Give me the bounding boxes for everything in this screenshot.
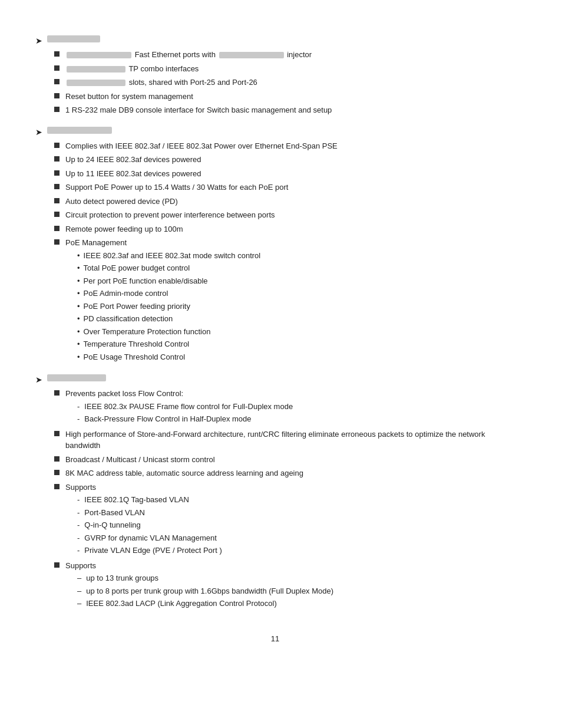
text-circuit-protection: Circuit protection to prevent power inte… bbox=[65, 209, 515, 221]
text-ieee-8021q: IEEE 802.1Q Tag-based VLAN bbox=[84, 494, 189, 506]
bullet-icon bbox=[54, 51, 59, 57]
text-reset-button: Reset button for system management bbox=[65, 91, 515, 103]
dot-icon: • bbox=[77, 338, 80, 350]
dot-icon: • bbox=[77, 313, 80, 325]
text-rs232: 1 RS-232 male DB9 console interface for … bbox=[65, 104, 515, 116]
text-supports-trunk: Supports bbox=[65, 561, 96, 570]
sub-list-item: • Temperature Threshold Control bbox=[77, 338, 515, 350]
text-injector: injector bbox=[287, 50, 312, 59]
sub-list-item: • PD classification detection bbox=[77, 313, 515, 325]
list-item: Remote power feeding up to 100m bbox=[54, 223, 515, 235]
text-total-poe-budget: Total PoE power budget control bbox=[84, 262, 190, 274]
page-number: 11 bbox=[35, 634, 515, 643]
dash-icon: – bbox=[77, 585, 81, 597]
sub-list-item: • Total PoE power budget control bbox=[77, 262, 515, 274]
bullet-icon bbox=[54, 143, 59, 148]
dash-list-item: – up to 13 trunk groups bbox=[77, 572, 515, 584]
text-private-vlan: Private VLAN Edge (PVE / Protect Port ) bbox=[84, 545, 222, 556]
text-11-devices: Up to 11 IEEE 802.3at devices powered bbox=[65, 168, 515, 180]
text-store-forward: High performance of Store-and-Forward ar… bbox=[65, 429, 515, 452]
text-qinq: Q-in-Q tunneling bbox=[84, 519, 140, 531]
text-poe-port-priority: PoE Port Power feeding priority bbox=[84, 301, 190, 312]
dash-list-item: – up to 8 ports per trunk group with 1.6… bbox=[77, 585, 515, 597]
dash-list-item: - Private VLAN Edge (PVE / Protect Port … bbox=[77, 545, 515, 556]
text-remote-power: Remote power feeding up to 100m bbox=[65, 223, 515, 235]
redacted-label-1 bbox=[47, 35, 100, 42]
dash-list-item: - GVRP for dynamic VLAN Management bbox=[77, 532, 515, 544]
list-item: slots, shared with Port-25 and Port-26 bbox=[54, 77, 515, 88]
poe-management-sub-list: • IEEE 802.3af and IEEE 802.3at mode swi… bbox=[77, 250, 515, 363]
list-item: Fast Ethernet ports with injector bbox=[54, 49, 515, 61]
dash-icon: - bbox=[77, 532, 80, 544]
sub-list-item: • PoE Usage Threshold Control bbox=[77, 351, 515, 363]
bullet-icon bbox=[54, 239, 59, 245]
trunk-dash-list: – up to 13 trunk groups – up to 8 ports … bbox=[77, 572, 515, 610]
page-container: ➤ Fast Ethernet ports with injector TP c… bbox=[35, 35, 515, 643]
text-over-temp-protection: Over Temperature Protection function bbox=[84, 326, 211, 338]
bullet-icon bbox=[54, 65, 59, 71]
bullet-icon bbox=[54, 562, 59, 568]
sub-list-item: • IEEE 802.3af and IEEE 802.3at mode swi… bbox=[77, 250, 515, 262]
list-item: Support PoE Power up to 15.4 Watts / 30 … bbox=[54, 182, 515, 193]
text-port-based-vlan: Port-Based VLAN bbox=[84, 507, 145, 519]
bullet-icon bbox=[54, 226, 59, 231]
list-item: High performance of Store-and-Forward ar… bbox=[54, 429, 515, 452]
text-poe-power: Support PoE Power up to 15.4 Watts / 30 … bbox=[65, 182, 515, 193]
vlan-dash-list: - IEEE 802.1Q Tag-based VLAN - Port-Base… bbox=[77, 494, 515, 556]
bullet-list-3: Prevents packet loss Flow Control: - IEE… bbox=[54, 388, 515, 611]
section-2: ➤ Complies with IEEE 802.3af / IEEE 802.… bbox=[35, 127, 515, 364]
bullet-icon bbox=[54, 184, 59, 189]
bullet-list-1: Fast Ethernet ports with injector TP com… bbox=[54, 49, 515, 116]
text-ieee-pause: IEEE 802.3x PAUSE Frame flow control for… bbox=[84, 401, 293, 413]
bullet-icon bbox=[54, 198, 59, 203]
list-item: Complies with IEEE 802.3af / IEEE 802.3a… bbox=[54, 140, 515, 152]
text-per-port-poe: Per port PoE function enable/disable bbox=[84, 275, 208, 287]
dash-icon: - bbox=[77, 401, 80, 413]
bullet-icon bbox=[54, 390, 59, 396]
section-1: ➤ Fast Ethernet ports with injector TP c… bbox=[35, 35, 515, 116]
text-ieee-mode-switch: IEEE 802.3af and IEEE 802.3at mode switc… bbox=[84, 250, 261, 262]
text-trunk-ports: up to 8 ports per trunk group with 1.6Gb… bbox=[86, 585, 333, 597]
text-slots: slots, shared with Port-25 and Port-26 bbox=[129, 78, 257, 87]
bullet-icon bbox=[54, 107, 59, 112]
flow-control-dash-list: - IEEE 802.3x PAUSE Frame flow control f… bbox=[77, 401, 515, 425]
dash-icon: - bbox=[77, 545, 80, 556]
text-poe-admin-mode: PoE Admin-mode control bbox=[84, 288, 168, 299]
dash-list-item: - IEEE 802.3x PAUSE Frame flow control f… bbox=[77, 401, 515, 413]
text-poe-management: PoE Management bbox=[65, 238, 127, 247]
bullet-icon bbox=[54, 456, 59, 462]
sub-list-item: • Over Temperature Protection function bbox=[77, 326, 515, 338]
arrow-icon-1: ➤ bbox=[35, 36, 42, 45]
list-item: Broadcast / Multicast / Unicast storm co… bbox=[54, 454, 515, 466]
dash-icon: - bbox=[77, 494, 80, 506]
dash-icon: - bbox=[77, 519, 80, 531]
dot-icon: • bbox=[77, 301, 80, 312]
text-back-pressure: Back-Pressure Flow Control in Half-Duple… bbox=[84, 413, 251, 425]
bullet-icon bbox=[54, 470, 59, 475]
dash-icon: - bbox=[77, 413, 80, 425]
bullet-icon bbox=[54, 93, 59, 98]
text-trunk-groups: up to 13 trunk groups bbox=[86, 572, 158, 584]
text-auto-detect: Auto detect powered device (PD) bbox=[65, 196, 515, 207]
text-lacp: IEEE 802.3ad LACP (Link Aggregation Cont… bbox=[86, 598, 277, 610]
list-item: TP combo interfaces bbox=[54, 63, 515, 75]
text-temp-threshold: Temperature Threshold Control bbox=[84, 338, 190, 350]
text-ieee-complies: Complies with IEEE 802.3af / IEEE 802.3a… bbox=[65, 140, 515, 152]
arrow-icon-3: ➤ bbox=[35, 375, 42, 384]
text-gvrp: GVRP for dynamic VLAN Management bbox=[84, 532, 216, 544]
redacted-inline bbox=[67, 66, 125, 73]
dash-list-item: - Q-in-Q tunneling bbox=[77, 519, 515, 531]
text-flow-control: Prevents packet loss Flow Control: bbox=[65, 389, 183, 398]
text-fast-ethernet: Fast Ethernet ports with bbox=[135, 50, 218, 59]
dot-icon: • bbox=[77, 262, 80, 274]
redacted-inline bbox=[67, 80, 125, 86]
dash-icon: – bbox=[77, 572, 81, 584]
dash-list-item: – IEEE 802.3ad LACP (Link Aggregation Co… bbox=[77, 598, 515, 610]
list-item: 8K MAC address table, automatic source a… bbox=[54, 467, 515, 479]
bullet-icon bbox=[54, 156, 59, 162]
dot-icon: • bbox=[77, 351, 80, 363]
dot-icon: • bbox=[77, 326, 80, 338]
list-item: Reset button for system management bbox=[54, 91, 515, 103]
list-item: Circuit protection to prevent power inte… bbox=[54, 209, 515, 221]
sub-list-item: • PoE Port Power feeding priority bbox=[77, 301, 515, 312]
